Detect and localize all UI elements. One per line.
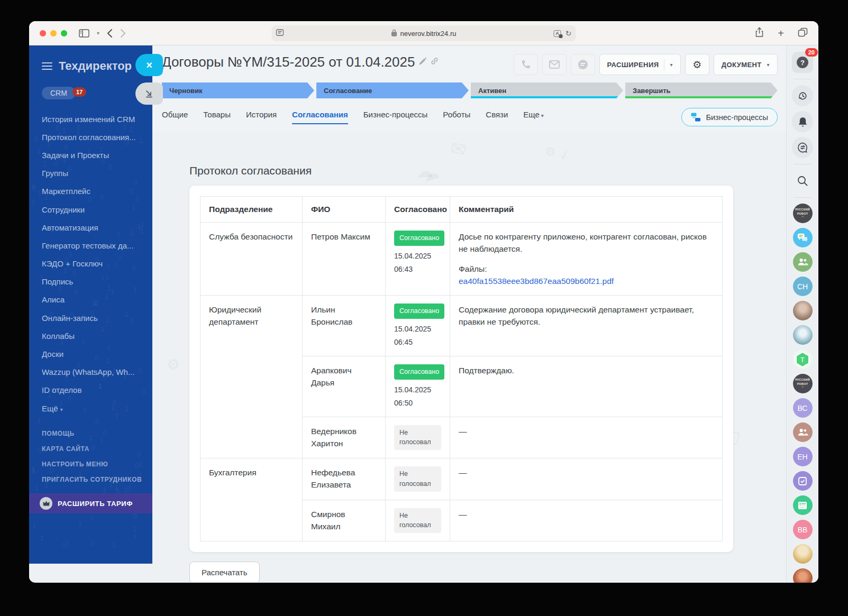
avatar-group-green[interactable] [793,252,813,272]
stage-0[interactable]: Черновик [162,82,314,98]
document-button[interactable]: ДОКУМЕНТ ▾ [714,54,778,75]
new-tab-button[interactable]: + [778,28,784,39]
back-button[interactable] [107,29,113,38]
sidebar-footer-item-0[interactable]: ПОМОЩЬ [42,426,147,441]
search-icon[interactable] [792,170,813,191]
reader-view-icon[interactable] [276,29,284,38]
toolbar-chevron-icon[interactable]: ▾ [97,30,99,36]
sidebar-item-0[interactable]: История изменений CRM [42,110,147,128]
tab-overview-icon[interactable] [798,27,808,39]
help-button[interactable]: ?20 [792,52,813,73]
reload-icon[interactable]: ↻ [566,29,572,38]
sidebar-item-5[interactable]: Сотрудники [42,200,147,218]
avatar-russian-robot-2[interactable]: РУССКИЙРОБОТᵂ [793,374,813,393]
chat-button[interactable] [571,54,595,75]
avatar-t-hexagon[interactable]: T [793,350,813,369]
stage-2[interactable]: Активен [471,82,623,98]
copy-link-icon[interactable] [431,57,439,67]
column-header-2: Согласовано [386,197,450,223]
sidebar-item-16[interactable]: Ещё▾ [42,399,147,417]
avatar-bb[interactable]: ВВ [793,520,813,539]
status-badge: Согласовано [394,364,444,380]
tab-роботы[interactable]: Роботы [443,110,470,124]
status-cell: Согласовано15.04.202506:50 [386,356,450,417]
tab-согласования[interactable]: Согласования [292,110,348,124]
sidebar-item-9[interactable]: Подпись [42,273,147,291]
close-menu-button[interactable]: × [135,54,163,76]
stage-3[interactable]: Завершить [625,82,778,98]
sidebar-footer-item-1[interactable]: КАРТА САЙТА [42,441,147,456]
sidebar-item-10[interactable]: Алиса [42,291,147,309]
tab-товары[interactable]: Товары [203,110,231,124]
tab-еще[interactable]: Еще▾ [523,110,544,124]
extensions-button[interactable]: РАСШИРЕНИЯ ▾ [599,54,681,75]
avatar-tasks[interactable] [793,471,813,491]
collapse-menu-button[interactable] [135,82,163,105]
status-badge: Согласовано [394,231,444,246]
tab-связи[interactable]: Связи [486,110,508,124]
avatar-news[interactable] [793,495,813,515]
history-icon[interactable] [792,85,813,106]
close-window-button[interactable] [40,30,46,36]
sidebar-toggle-icon[interactable] [79,29,89,38]
business-process-label: Бизнес-процессы [706,113,768,122]
messenger-icon[interactable] [792,137,813,158]
avatar-ch[interactable]: СН [793,277,813,296]
sidebar-item-11[interactable]: Онлайн-запись [42,309,147,327]
zoom-window-button[interactable] [61,30,67,36]
call-button[interactable] [514,54,538,75]
sidebar-footer-item-3[interactable]: ПРИГЛАСИТЬ СОТРУДНИКОВ [42,472,147,487]
crown-icon [40,497,52,510]
settings-gear-button[interactable]: ⚙ [685,54,709,75]
crm-pill[interactable]: CRM [42,87,76,99]
sidebar-item-2[interactable]: Задачи и Проекты [42,146,147,164]
sidebar-item-6[interactable]: Автоматизация [42,218,147,236]
vote-date: 15.04.2025 [394,251,441,262]
share-icon[interactable] [755,27,764,40]
person-name-cell: Смирнов Михаил [303,500,386,541]
upgrade-plan-button[interactable]: РАСШИРИТЬ ТАРИФ [29,493,152,513]
forward-button[interactable] [120,29,126,38]
sidebar-item-1[interactable]: Протокол согласования... [42,128,147,146]
sidebar-item-4[interactable]: Маркетплейс [42,182,147,200]
notifications-bell-icon[interactable] [792,111,813,132]
avatar-eh[interactable]: ЕН [793,447,813,466]
minimize-window-button[interactable] [50,30,57,36]
avatar-redhead[interactable] [793,568,813,583]
address-bar[interactable]: neverov.bitrix24.ru A ↻ [272,25,576,41]
tab-общие[interactable]: Общие [162,110,188,124]
avatar-bc[interactable]: ВС [793,398,813,418]
person-name-cell: Петров Максим [303,223,386,296]
comment-text: — [459,425,714,437]
edit-pencil-icon[interactable] [419,58,426,67]
upgrade-label: РАСШИРИТЬ ТАРИФ [58,500,133,508]
sidebar-item-15[interactable]: ID отделов [42,381,147,399]
status-badge: Согласовано [394,304,444,319]
avatar-cat[interactable] [793,325,813,345]
email-button[interactable] [542,54,567,75]
sidebar-footer-item-2[interactable]: НАСТРОИТЬ МЕНЮ [42,456,147,472]
business-process-button[interactable]: Бизнес-процессы [681,108,778,126]
sidebar-item-7[interactable]: Генератор тестовых да... [42,236,147,254]
tab-бизнес-процессы[interactable]: Бизнес-процессы [363,110,428,124]
translate-icon[interactable]: A [553,30,561,37]
stage-1[interactable]: Согласование [316,82,469,98]
page-title: Договоры №YM/315-2025 от 01.04.2025 [162,54,415,70]
extensions-caret-icon[interactable]: ▾ [670,62,672,68]
sidebar-item-13[interactable]: Доски [42,345,147,363]
avatar-photo-person[interactable] [793,301,813,320]
hamburger-menu-icon[interactable] [42,60,52,72]
sidebar-item-12[interactable]: Коллабы [42,327,147,345]
avatar-russian-robot[interactable]: РУССКИЙРОБОТᵂ [793,204,813,223]
tab-история[interactable]: История [246,110,277,124]
status-cell: Согласовано15.04.202506:45 [386,296,450,356]
avatar-group-brown[interactable] [793,422,813,442]
sidebar-item-14[interactable]: Wazzup (WhatsApp, Wh... [42,363,147,381]
sidebar-item-8[interactable]: КЭДО + Госключ [42,255,147,273]
file-link[interactable]: ea40fa15538eee3bd867eaa509b60f21.pdf [459,275,614,287]
print-button[interactable]: Распечатать [189,562,260,582]
rail-divider [794,197,811,198]
sidebar-item-3[interactable]: Группы [42,164,147,182]
avatar-chat-app[interactable] [793,228,813,247]
avatar-blonde[interactable] [793,544,813,564]
